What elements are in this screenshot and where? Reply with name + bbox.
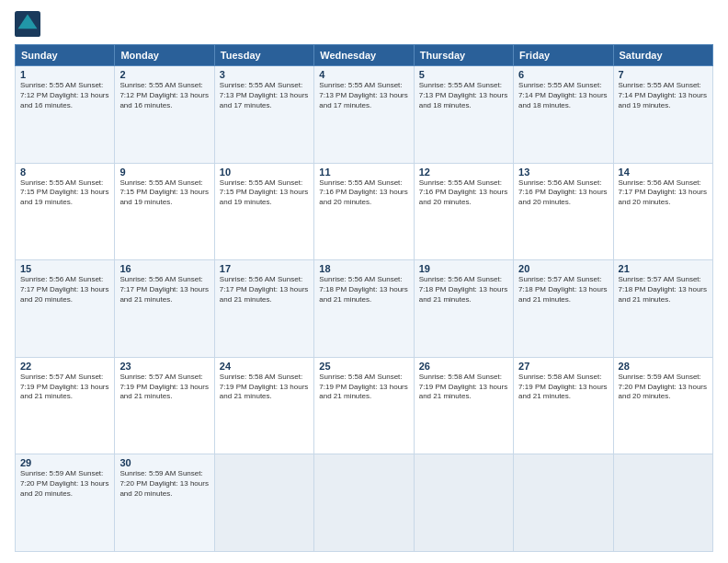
week-row-3: 15Sunrise: 5:56 AM Sunset: 7:17 PM Dayli… (16, 260, 713, 358)
table-row (514, 454, 613, 552)
table-row: 24Sunrise: 5:58 AM Sunset: 7:19 PM Dayli… (214, 357, 313, 454)
weekday-sunday: Sunday (16, 45, 115, 66)
week-row-1: 1Sunrise: 5:55 AM Sunset: 7:12 PM Daylig… (16, 66, 713, 164)
table-row: 19Sunrise: 5:56 AM Sunset: 7:18 PM Dayli… (414, 260, 513, 358)
table-row: 18Sunrise: 5:56 AM Sunset: 7:18 PM Dayli… (314, 260, 414, 358)
weekday-wednesday: Wednesday (314, 45, 414, 66)
svg-rect-2 (21, 26, 34, 29)
weekday-saturday: Saturday (613, 45, 712, 66)
weekday-monday: Monday (115, 45, 214, 66)
weekday-thursday: Thursday (414, 45, 513, 66)
weekday-tuesday: Tuesday (214, 45, 313, 66)
table-row: 3Sunrise: 5:55 AM Sunset: 7:13 PM Daylig… (214, 66, 313, 164)
table-row: 30Sunrise: 5:59 AM Sunset: 7:20 PM Dayli… (115, 454, 214, 552)
weekday-header-row: SundayMondayTuesdayWednesdayThursdayFrid… (16, 45, 713, 66)
table-row: 7Sunrise: 5:55 AM Sunset: 7:14 PM Daylig… (613, 66, 712, 164)
table-row: 22Sunrise: 5:57 AM Sunset: 7:19 PM Dayli… (16, 357, 115, 454)
table-row: 10Sunrise: 5:55 AM Sunset: 7:15 PM Dayli… (214, 163, 313, 260)
table-row: 11Sunrise: 5:55 AM Sunset: 7:16 PM Dayli… (314, 163, 414, 260)
logo-icon (15, 11, 40, 37)
table-row: 27Sunrise: 5:58 AM Sunset: 7:19 PM Dayli… (514, 357, 613, 454)
table-row: 29Sunrise: 5:59 AM Sunset: 7:20 PM Dayli… (16, 454, 115, 552)
table-row: 9Sunrise: 5:55 AM Sunset: 7:15 PM Daylig… (115, 163, 214, 260)
table-row: 1Sunrise: 5:55 AM Sunset: 7:12 PM Daylig… (16, 66, 115, 164)
week-row-5: 29Sunrise: 5:59 AM Sunset: 7:20 PM Dayli… (16, 454, 713, 552)
table-row: 13Sunrise: 5:56 AM Sunset: 7:16 PM Dayli… (514, 163, 613, 260)
table-row (314, 454, 414, 552)
page: SundayMondayTuesdayWednesdayThursdayFrid… (0, 0, 728, 563)
table-row: 17Sunrise: 5:56 AM Sunset: 7:17 PM Dayli… (214, 260, 313, 358)
table-row: 28Sunrise: 5:59 AM Sunset: 7:20 PM Dayli… (613, 357, 712, 454)
table-row (613, 454, 712, 552)
weekday-friday: Friday (514, 45, 613, 66)
table-row: 4Sunrise: 5:55 AM Sunset: 7:13 PM Daylig… (314, 66, 414, 164)
table-row: 14Sunrise: 5:56 AM Sunset: 7:17 PM Dayli… (613, 163, 712, 260)
logo (15, 11, 44, 37)
table-row (414, 454, 513, 552)
header (15, 11, 713, 37)
calendar-table: SundayMondayTuesdayWednesdayThursdayFrid… (15, 44, 713, 552)
table-row: 2Sunrise: 5:55 AM Sunset: 7:12 PM Daylig… (115, 66, 214, 164)
table-row: 5Sunrise: 5:55 AM Sunset: 7:13 PM Daylig… (414, 66, 513, 164)
table-row: 21Sunrise: 5:57 AM Sunset: 7:18 PM Dayli… (613, 260, 712, 358)
week-row-2: 8Sunrise: 5:55 AM Sunset: 7:15 PM Daylig… (16, 163, 713, 260)
table-row: 26Sunrise: 5:58 AM Sunset: 7:19 PM Dayli… (414, 357, 513, 454)
table-row: 15Sunrise: 5:56 AM Sunset: 7:17 PM Dayli… (16, 260, 115, 358)
table-row: 20Sunrise: 5:57 AM Sunset: 7:18 PM Dayli… (514, 260, 613, 358)
table-row: 23Sunrise: 5:57 AM Sunset: 7:19 PM Dayli… (115, 357, 214, 454)
table-row: 12Sunrise: 5:55 AM Sunset: 7:16 PM Dayli… (414, 163, 513, 260)
table-row: 6Sunrise: 5:55 AM Sunset: 7:14 PM Daylig… (514, 66, 613, 164)
table-row: 8Sunrise: 5:55 AM Sunset: 7:15 PM Daylig… (16, 163, 115, 260)
week-row-4: 22Sunrise: 5:57 AM Sunset: 7:19 PM Dayli… (16, 357, 713, 454)
table-row (214, 454, 313, 552)
table-row: 16Sunrise: 5:56 AM Sunset: 7:17 PM Dayli… (115, 260, 214, 358)
table-row: 25Sunrise: 5:58 AM Sunset: 7:19 PM Dayli… (314, 357, 414, 454)
